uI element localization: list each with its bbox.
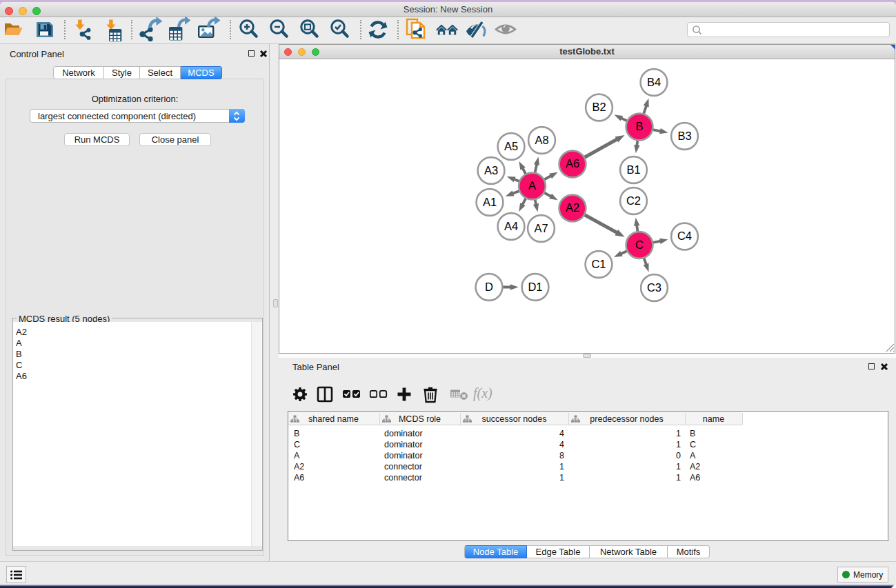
svg-text:A8: A8 [535,134,548,146]
svg-text:A3: A3 [484,164,498,176]
svg-text:A2: A2 [566,201,579,214]
svg-text:A6: A6 [566,157,579,170]
svg-text:B3: B3 [677,130,691,142]
svg-text:A1: A1 [483,196,497,208]
svg-text:D1: D1 [528,281,542,293]
svg-text:B2: B2 [592,101,606,113]
svg-text:A7: A7 [534,222,548,234]
svg-text:A5: A5 [504,140,518,152]
svg-text:A: A [528,179,536,192]
svg-text:C4: C4 [677,230,692,242]
svg-text:A4: A4 [504,220,518,232]
svg-text:D: D [485,281,493,293]
svg-text:B4: B4 [647,76,661,88]
svg-text:C: C [635,239,644,251]
svg-text:C2: C2 [626,194,641,207]
svg-text:C1: C1 [591,258,606,270]
svg-text:B1: B1 [626,163,640,176]
svg-text:B: B [635,120,643,132]
svg-text:C3: C3 [647,281,661,294]
